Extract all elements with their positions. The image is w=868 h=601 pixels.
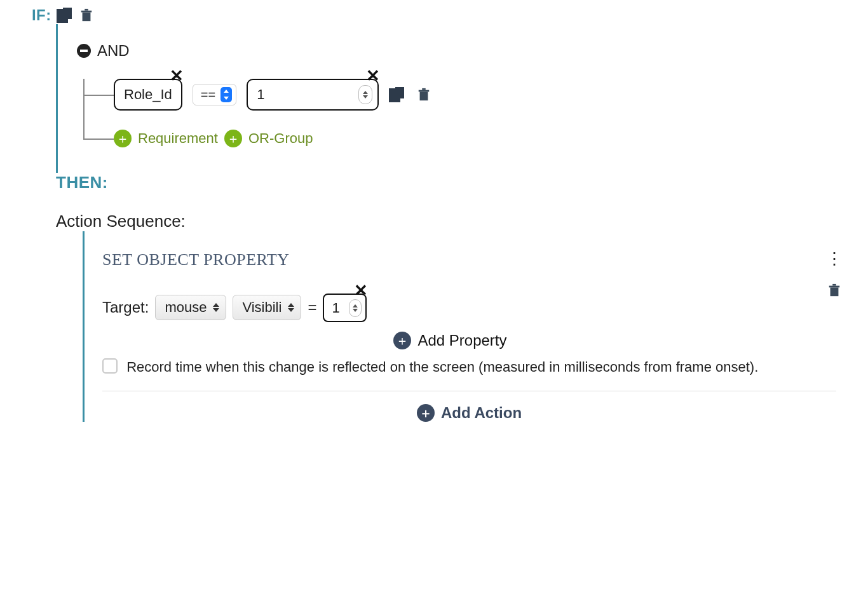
property-value-text: 1 [332,300,339,316]
condition-operator-value: == [201,88,215,102]
svg-rect-7 [831,287,839,296]
action-title: SET OBJECT PROPERTY [102,250,798,269]
collapse-and-button[interactable] [77,44,91,58]
svg-rect-5 [419,90,430,92]
plus-circle-icon: ＋ [224,130,242,147]
if-label: IF: [32,6,51,24]
trash-icon [417,86,431,103]
copy-icon [389,86,407,104]
delete-condition-button[interactable] [417,86,431,103]
condition-value-input[interactable]: ✕ 1 [247,79,379,111]
action-sequence-label: Action Sequence: [56,212,836,231]
remove-field-button[interactable]: ✕ [170,67,184,84]
svg-rect-9 [832,284,836,286]
add-orgroup-label: OR-Group [248,130,313,147]
number-stepper-icon[interactable] [349,299,362,317]
add-action-button[interactable]: ＋ Add Action [102,404,836,422]
select-stepper-icon [220,87,232,102]
trash-icon [79,7,93,24]
add-action-label: Add Action [441,404,522,422]
remove-value-button[interactable]: ✕ [366,67,380,84]
target-select-value: mouse [165,299,207,316]
add-requirement-button[interactable]: ＋ Requirement [114,130,218,147]
property-select-value: Visibili [242,299,281,316]
condition-field-input[interactable]: ✕ Role_Id [114,79,182,111]
plus-circle-icon: ＋ [393,332,411,349]
select-arrows-icon [213,303,219,312]
copy-if-button[interactable] [57,6,74,24]
record-time-checkbox[interactable] [102,358,118,374]
and-operator-label: AND [97,42,130,60]
svg-rect-8 [829,286,840,288]
delete-if-button[interactable] [79,7,93,24]
condition-operator-select[interactable]: == [193,84,236,105]
then-label: THEN: [56,173,836,192]
plus-circle-icon: ＋ [114,130,132,147]
add-property-button[interactable]: ＋ Add Property [102,332,798,349]
condition-value-text: 1 [257,86,264,102]
minus-icon [80,50,88,52]
add-orgroup-button[interactable]: ＋ OR-Group [224,130,313,147]
add-property-label: Add Property [417,332,506,349]
equals-sign: = [308,299,316,316]
svg-rect-1 [81,11,92,13]
target-label: Target: [102,299,149,316]
condition-field-value: Role_Id [124,86,172,102]
add-requirement-label: Requirement [138,130,218,147]
svg-rect-3 [80,50,88,52]
property-value-input[interactable]: 1 [323,294,366,322]
plus-circle-icon: ＋ [417,404,435,422]
action-menu-button[interactable]: ⋮ [826,250,843,267]
svg-rect-4 [420,91,428,100]
svg-rect-0 [82,12,90,21]
number-stepper-icon[interactable] [358,85,372,104]
svg-rect-2 [85,9,88,11]
record-time-label: Record time when this change is reflecte… [126,359,758,375]
condition-row: ✕ Role_Id == ✕ 1 [85,79,836,111]
copy-condition-button[interactable] [389,86,407,104]
copy-icon [57,6,74,24]
target-select[interactable]: mouse [155,295,226,320]
property-select[interactable]: Visibili [233,295,301,320]
select-arrows-icon [288,303,294,312]
trash-icon [827,282,841,299]
action-block: ⋮ SET OBJECT PROPERTY Target: mouse [102,250,836,391]
svg-rect-6 [422,88,426,90]
delete-action-button[interactable] [827,282,841,299]
